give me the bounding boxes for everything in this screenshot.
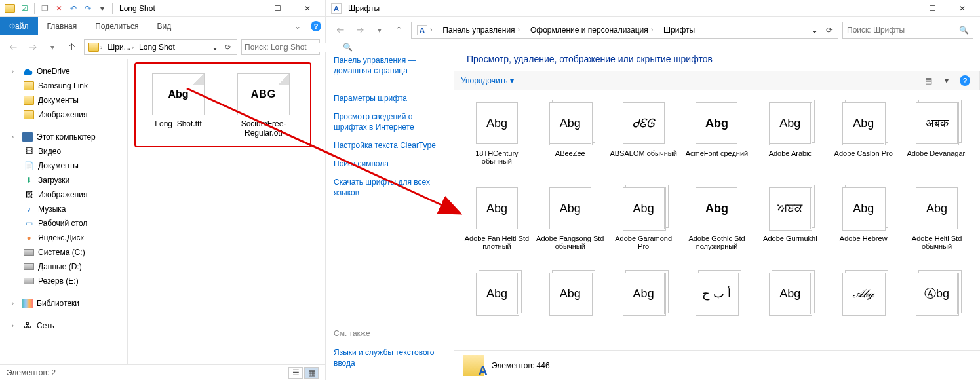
font-item[interactable]: AbgAdobe Garamond Pro <box>610 185 678 262</box>
tree-item[interactable]: Данные (D:) <box>0 259 127 274</box>
font-item[interactable]: AbgAcmeFont средний <box>683 100 751 177</box>
search-input[interactable]: 🔍 <box>241 39 320 55</box>
tree-item[interactable]: Резерв (E:) <box>0 274 127 288</box>
font-item[interactable]: AbgAdobe Hebrew <box>829 185 897 262</box>
path-seg[interactable]: Шри... <box>108 43 130 52</box>
tab-home[interactable]: Главная <box>38 17 87 35</box>
undo-icon[interactable]: ↶ <box>68 3 79 14</box>
tree-item[interactable]: ♪Музыка <box>0 202 127 216</box>
path-seg[interactable]: Long Shot <box>139 43 175 52</box>
side-link[interactable]: Панель управления — домашняя страница <box>334 52 446 79</box>
chevron-down-icon: ▾ <box>510 76 514 85</box>
font-item[interactable]: Abg <box>756 270 824 347</box>
font-item[interactable]: अबकAdobe Devanagari <box>903 100 971 177</box>
preview-pane-button[interactable]: ▤ <box>920 74 936 87</box>
tree-item[interactable]: Изображения <box>0 107 127 122</box>
minimize-button[interactable]: ─ <box>887 0 917 17</box>
side-link[interactable]: Настройка текста ClearType <box>334 138 446 153</box>
tab-file[interactable]: Файл <box>0 17 38 35</box>
font-thumbnail: Abg <box>840 100 887 147</box>
window-title: Long Shot <box>119 4 155 13</box>
close-button[interactable]: ✕ <box>292 0 323 17</box>
font-item[interactable]: AbgAdobe Gothic Std полужирный <box>683 185 751 262</box>
back-button[interactable]: 🡠 <box>332 22 348 38</box>
font-item[interactable]: AbgAdobe Caslon Pro <box>829 100 897 177</box>
tree-thispc[interactable]: ›Этот компьютер <box>0 130 127 144</box>
side-link[interactable]: Параметры шрифта <box>334 90 446 106</box>
tree-item[interactable]: Документы <box>0 93 127 107</box>
font-item[interactable]: AbgAdobe Arabic <box>756 100 824 177</box>
font-item[interactable]: ਅਬਕAdobe Gurmukhi <box>756 185 824 262</box>
path-dropdown-icon[interactable]: ⌄ <box>808 26 822 35</box>
side-link[interactable]: Просмотр сведений о шрифтах в Интернете <box>334 109 446 135</box>
copy-icon[interactable]: ❐ <box>39 3 50 14</box>
breadcrumb[interactable]: A› Панель управления› Оформление и персо… <box>411 22 838 39</box>
font-item[interactable]: Abg18THCentury обычный <box>463 100 531 177</box>
details-view-button[interactable]: ☰ <box>288 367 303 379</box>
forward-button[interactable]: 🡢 <box>352 22 368 38</box>
font-item[interactable]: Abg <box>463 270 531 347</box>
crumb-seg[interactable]: Оформление и персонализация <box>530 26 648 35</box>
refresh-button[interactable]: ⟳ <box>822 23 836 37</box>
tree-item[interactable]: ●Яндекс.Диск <box>0 231 127 245</box>
font-item[interactable]: 𝒜𝒷ℊ <box>829 270 897 347</box>
path-dropdown-icon[interactable]: ⌄ <box>209 43 221 52</box>
side-link[interactable]: Поиск символа <box>334 156 446 172</box>
organize-button[interactable]: Упорядочить ▾ <box>461 76 514 85</box>
maximize-button[interactable]: ☐ <box>262 0 292 17</box>
tree-onedrive[interactable]: ›OneDrive <box>0 64 127 79</box>
expand-ribbon-icon[interactable]: ⌄ <box>288 17 307 35</box>
view-options-button[interactable]: ▾ <box>939 74 954 87</box>
tab-share[interactable]: Поделиться <box>86 17 147 35</box>
tree-item[interactable]: Samsung Link <box>0 79 127 93</box>
crumb-seg[interactable]: Шрифты <box>663 26 695 35</box>
search-input[interactable]: 🔍 <box>842 22 973 39</box>
tree-item[interactable]: ▭Рабочий стол <box>0 216 127 231</box>
search-field[interactable] <box>847 26 959 35</box>
tree-item[interactable]: Система (C:) <box>0 245 127 259</box>
breadcrumb[interactable]: › Шри...› Long Shot ⌄ ⟳ <box>84 39 237 55</box>
side-link[interactable]: Скачать шрифты для всех языков <box>334 174 446 200</box>
font-item[interactable]: AbgABeeZee <box>536 100 604 177</box>
up-button[interactable]: 🡡 <box>64 39 80 55</box>
recent-dropdown-icon[interactable]: ▾ <box>45 39 60 55</box>
font-item[interactable]: ᏧᏋᎶABSALOM обычный <box>610 100 678 177</box>
font-label: Adobe Arabic <box>769 149 812 168</box>
tree-item[interactable]: 📄Документы <box>0 159 127 173</box>
font-item[interactable]: Abg <box>610 270 678 347</box>
thumbnails-view-button[interactable]: ▦ <box>304 367 319 379</box>
minimize-button[interactable]: ─ <box>232 0 262 17</box>
font-item[interactable]: Ⓐbg <box>903 270 971 347</box>
font-item[interactable]: AbgAdobe Fangsong Std обычный <box>536 185 604 262</box>
help-button[interactable]: ? <box>957 74 973 87</box>
font-thumbnail: Abg <box>547 100 594 147</box>
help-button[interactable]: ? <box>307 17 325 35</box>
forward-button[interactable]: 🡢 <box>25 39 41 55</box>
qat-dropdown-icon[interactable]: ▾ <box>97 3 108 14</box>
tree-libraries[interactable]: ›Библиотеки <box>0 296 127 311</box>
side-link[interactable]: Языки и службы текстового ввода <box>334 345 446 371</box>
back-button[interactable]: 🡠 <box>5 39 21 55</box>
close-button[interactable]: ✕ <box>947 0 977 17</box>
font-item[interactable]: أ ب ج <box>683 270 751 347</box>
separator <box>112 3 113 14</box>
refresh-button[interactable]: ⟳ <box>221 40 235 54</box>
tree-item[interactable]: ⬇Загрузки <box>0 173 127 187</box>
address-bar: 🡠 🡢 ▾ 🡡 › Шри...› Long Shot ⌄ ⟳ 🔍 <box>0 35 325 59</box>
tab-view[interactable]: Вид <box>147 17 180 35</box>
delete-icon[interactable]: ✕ <box>54 3 64 14</box>
tree-network[interactable]: ›🖧Сеть <box>0 318 127 333</box>
maximize-button[interactable]: ☐ <box>917 0 947 17</box>
tree-item[interactable]: 🖼Изображения <box>0 187 127 202</box>
font-thumbnail: Abg <box>547 270 594 317</box>
up-button[interactable]: 🡡 <box>391 22 407 38</box>
font-item[interactable]: Abg <box>536 270 604 347</box>
crumb-seg[interactable]: Панель управления <box>442 26 515 35</box>
tree-item[interactable]: 🎞Видео <box>0 144 127 159</box>
properties-icon[interactable]: ☑ <box>19 3 29 14</box>
font-item[interactable]: AbgAdobe Fan Heiti Std плотный <box>463 185 531 262</box>
recent-dropdown-icon[interactable]: ▾ <box>372 22 387 38</box>
fonts-icon: A <box>417 25 427 35</box>
font-item[interactable]: AbgAdobe Heiti Std обычный <box>903 185 971 262</box>
redo-icon[interactable]: ↷ <box>83 3 93 14</box>
